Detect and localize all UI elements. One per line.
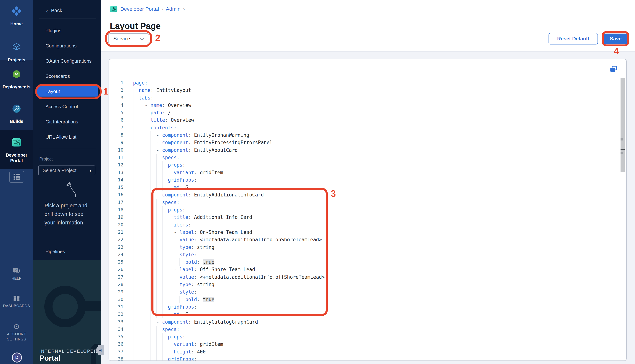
copy-icon[interactable]: [609, 66, 617, 73]
sidebar-item-configurations[interactable]: Configurations: [33, 38, 101, 54]
rail-item-account-settings[interactable]: ⚙ ACCOUNT SETTINGS: [0, 322, 33, 342]
breadcrumb-link-developer-portal[interactable]: Developer Portal: [120, 6, 159, 12]
rail-item-developer-portal[interactable]: Developer Portal: [0, 137, 33, 164]
code-line-37[interactable]: 37 height: 400: [109, 348, 626, 356]
line-number: 23: [109, 244, 123, 251]
rail-item-deployments[interactable]: ∞ Deployments: [0, 69, 33, 90]
code-line-13[interactable]: 13 variant: gridItem: [109, 169, 626, 176]
line-number: 28: [109, 281, 123, 288]
reset-default-button[interactable]: Reset Default: [549, 33, 598, 44]
chevron-left-icon: ‹: [46, 7, 48, 14]
code-line-31[interactable]: 31 gridProps:: [109, 303, 626, 310]
rail-item-home[interactable]: Home: [0, 6, 33, 27]
chevron-down-icon: [140, 36, 144, 40]
code-line-7[interactable]: 7 contents:: [109, 124, 626, 132]
code-line-14[interactable]: 14 gridProps:: [109, 176, 626, 184]
arrow-sketch-icon: [59, 178, 81, 200]
sidebar-divider: [39, 148, 96, 148]
line-number: 13: [109, 169, 123, 176]
code-line-20[interactable]: 20 items:: [109, 221, 626, 228]
user-avatar[interactable]: D: [12, 352, 22, 362]
sidebar-item-label: URL Allow List: [46, 134, 76, 140]
line-number: 9: [109, 139, 123, 146]
code-line-34[interactable]: 34 specs:: [109, 326, 626, 333]
scrollbar-cursor-mark: [620, 149, 624, 150]
sidebar-item-url-allow-list[interactable]: URL Allow List: [33, 129, 101, 144]
code-line-32[interactable]: 32 md: 6: [109, 310, 626, 318]
code-line-16[interactable]: 16 - component: EntityAdditionalInfoCard: [109, 191, 626, 198]
code-line-18[interactable]: 18 props:: [109, 206, 626, 214]
code-line-23[interactable]: 23 type: string: [109, 244, 626, 251]
code-line-24[interactable]: 24 style:: [109, 251, 626, 258]
code-line-25[interactable]: 25 bold: true: [109, 258, 626, 266]
line-number: 37: [109, 348, 123, 356]
code-line-33[interactable]: 33 - component: EntityCatalogGraphCard: [109, 318, 626, 326]
code-line-1[interactable]: 1page:: [109, 79, 626, 86]
code-line-36[interactable]: 36 variant: gridItem: [109, 340, 626, 348]
sidebar-item-oauth-configurations[interactable]: OAuth Configurations: [33, 54, 101, 68]
code-line-8[interactable]: 8 - component: EntityOrphanWarning: [109, 132, 626, 139]
rail-item-help[interactable]: ? HELP: [0, 267, 33, 281]
gear-icon: ⚙: [13, 323, 20, 330]
line-number: 36: [109, 340, 123, 348]
code-line-9[interactable]: 9 - component: EntityProcessingErrorsPan…: [109, 139, 626, 146]
code-line-30[interactable]: 30 bold: true: [109, 296, 626, 303]
code-line-28[interactable]: 28 type: string: [109, 281, 626, 288]
breadcrumb-separator: ›: [162, 6, 163, 12]
code-line-15[interactable]: 15 md: 6: [109, 184, 626, 191]
select-project-button[interactable]: Select a Project ›: [38, 166, 95, 175]
editor-scrollbar[interactable]: [620, 78, 624, 172]
home-icon: [0, 6, 33, 16]
line-number: 17: [109, 199, 123, 206]
line-number: 16: [109, 191, 123, 198]
code-line-4[interactable]: 4 - name: Overview: [109, 102, 626, 109]
scrollbar-highlight-mark: [620, 138, 623, 140]
line-number: 22: [109, 236, 123, 243]
sidebar-item-access-control[interactable]: Access Control: [33, 99, 101, 114]
code-line-35[interactable]: 35 props:: [109, 333, 626, 340]
breadcrumb-link-admin[interactable]: Admin: [166, 6, 180, 12]
brand-internal-developer: INTERNAL DEVELOPER: [39, 349, 98, 354]
sidebar-item-label: Access Control: [46, 104, 78, 110]
line-number: 11: [109, 154, 123, 161]
code-line-2[interactable]: 2 name: EntityLayout: [109, 86, 626, 94]
sidebar-item-git-integrations[interactable]: Git Integrations: [33, 114, 101, 129]
header-divider: [101, 27, 635, 27]
rail-item-builds[interactable]: Builds: [0, 104, 33, 124]
chevron-right-icon: ›: [89, 167, 91, 174]
rail-item-label: Builds: [0, 118, 33, 124]
sidebar-item-layout[interactable]: Layout: [33, 84, 101, 99]
module-grid-button[interactable]: [9, 171, 24, 183]
brand-portal: Portal: [39, 354, 60, 362]
code-line-29[interactable]: 29 style:: [109, 288, 626, 296]
rail-item-dashboards[interactable]: DASHBOARDS: [0, 294, 33, 308]
code-line-17[interactable]: 17 specs:: [109, 199, 626, 206]
rail-item-projects[interactable]: Projects: [0, 42, 33, 63]
line-number: 32: [109, 310, 123, 318]
code-line-19[interactable]: 19 title: Additional Info Card: [109, 214, 626, 221]
sidebar-item-plugins[interactable]: Plugins: [33, 23, 101, 38]
save-button[interactable]: Save: [604, 34, 628, 44]
line-number: 35: [109, 333, 123, 340]
line-number: 12: [109, 161, 123, 169]
code-line-11[interactable]: 11 specs:: [109, 154, 626, 161]
sidebar-item-pipelines[interactable]: Pipelines: [46, 249, 65, 254]
code-line-27[interactable]: 27 value: <+metadata.additionalInfo.offS…: [109, 273, 626, 281]
sidebar-item-label: Git Integrations: [46, 119, 78, 125]
yaml-code-editor[interactable]: 1page:2 name: EntityLayout3 tabs:4 - nam…: [109, 79, 626, 361]
code-line-10[interactable]: 10 - component: EntityAboutCard: [109, 146, 626, 154]
code-line-12[interactable]: 12 props:: [109, 161, 626, 169]
back-button[interactable]: ‹ Back: [33, 5, 101, 16]
rail-item-label: Developer Portal: [0, 152, 33, 164]
sidebar-item-scorecards[interactable]: Scorecards: [33, 68, 101, 84]
code-line-21[interactable]: 21 - label: On-Shore Team Lead: [109, 228, 626, 236]
code-line-3[interactable]: 3 tabs:: [109, 94, 626, 102]
code-line-38[interactable]: 38 gridProps:: [109, 356, 626, 361]
code-line-5[interactable]: 5 path: /: [109, 109, 626, 116]
entity-type-select[interactable]: Service: [108, 33, 149, 44]
code-line-22[interactable]: 22 value: <+metadata.additionalInfo.onSh…: [109, 236, 626, 243]
breadcrumb: Developer Portal › Admin ›: [110, 5, 185, 13]
line-number: 10: [109, 146, 123, 154]
code-line-26[interactable]: 26 - label: Off-Shore Team Lead: [109, 266, 626, 273]
code-line-6[interactable]: 6 title: Overview: [109, 116, 626, 124]
